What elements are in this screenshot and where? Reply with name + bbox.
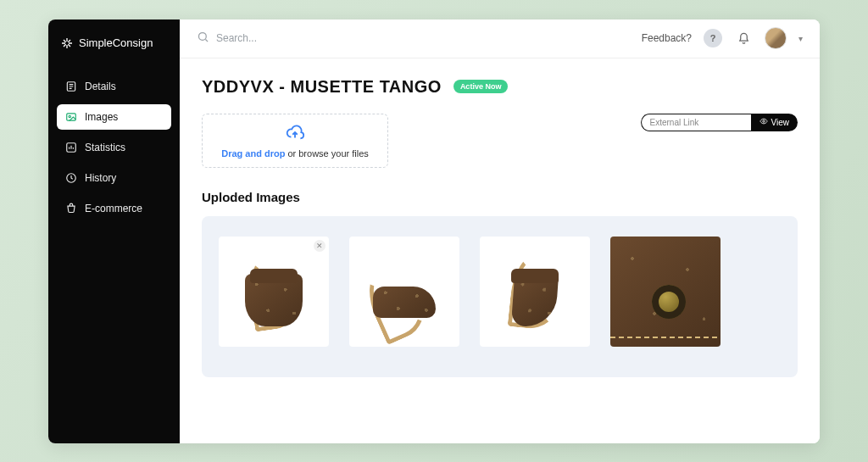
sidebar-item-ecommerce[interactable]: E-commerce [57,196,171,221]
sidebar-item-label: E-commerce [85,203,142,214]
sidebar-item-history[interactable]: History [57,165,171,191]
sidebar-nav: Details Images Statistics History [48,74,180,221]
sidebar: SimpleConsign Details Images Statistics [48,19,180,443]
sidebar-item-label: Images [85,111,118,123]
search-input[interactable] [216,32,386,44]
svg-point-2 [69,115,70,117]
search-wrap [197,31,630,47]
product-image [364,252,444,331]
upload-row: Drag and drop or browse your files View [202,114,798,168]
product-image [234,252,314,331]
app-frame: SimpleConsign Details Images Statistics [48,19,820,443]
thumbnail-product-front[interactable]: ✕ [219,237,329,347]
dropzone-link: Drag and drop [221,148,285,159]
grommet-detail [652,285,686,319]
content: YDDYVX - MUSETTE TANGO Active Now Drag a… [180,58,820,443]
brand-name: SimpleConsign [79,36,153,49]
external-link-group: View [641,114,798,131]
statistics-icon [65,142,77,153]
sidebar-item-details[interactable]: Details [57,74,171,99]
remove-image-icon[interactable]: ✕ [314,240,326,252]
svg-point-5 [199,32,207,40]
view-button[interactable]: View [751,114,798,131]
ecommerce-icon [65,203,77,214]
page-title: YDDYVX - MUSETTE TANGO [202,77,442,97]
stitch-detail [610,337,721,338]
feedback-link[interactable]: Feedback? [642,32,692,44]
thumbnail-product-detail[interactable] [610,237,721,347]
chevron-down-icon[interactable]: ▾ [798,34,803,43]
sidebar-item-statistics[interactable]: Statistics [57,135,171,160]
images-icon [65,111,77,123]
sidebar-item-label: Statistics [85,142,125,153]
upload-dropzone[interactable]: Drag and drop or browse your files [202,114,388,168]
sidebar-item-label: Details [85,81,116,92]
brand-logo-icon [60,36,74,50]
dropzone-rest: or browse your files [285,148,368,159]
topbar-right: Feedback? ? ▾ [642,27,803,49]
sidebar-item-label: History [85,172,116,184]
brand: SimpleConsign [48,36,180,74]
details-icon [65,81,77,92]
uploaded-heading: Uploded Images [202,190,798,204]
history-icon [65,172,77,184]
thumbnail-product-side[interactable] [480,237,590,347]
bell-icon[interactable] [734,29,753,47]
eye-icon [760,117,768,127]
view-button-label: View [771,118,790,127]
avatar[interactable] [765,27,787,49]
topbar: Feedback? ? ▾ [180,19,820,58]
svg-point-6 [762,120,765,123]
cloud-upload-icon [286,123,304,145]
dropzone-text: Drag and drop or browse your files [221,148,369,159]
help-icon[interactable]: ? [704,29,722,47]
sidebar-item-images[interactable]: Images [57,104,171,130]
external-link-input[interactable] [641,114,751,131]
title-row: YDDYVX - MUSETTE TANGO Active Now [202,77,798,97]
search-icon [197,31,209,47]
product-image [495,252,575,331]
thumbnail-product-flat[interactable] [349,237,459,347]
main-panel: Feedback? ? ▾ YDDYVX - MUSETTE TANGO Act… [180,19,820,443]
uploaded-gallery: ✕ [202,216,798,377]
status-badge: Active Now [453,80,509,93]
